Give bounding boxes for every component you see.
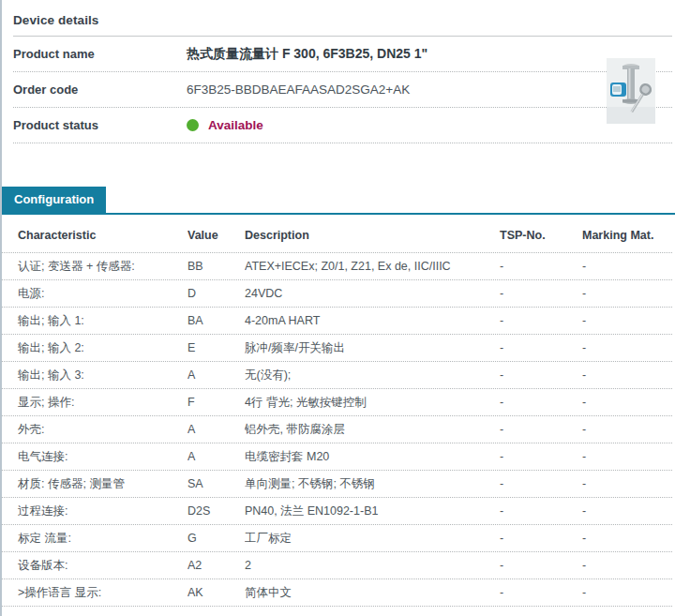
value-cell: G — [188, 532, 245, 545]
tsp-no-cell: - — [492, 423, 579, 436]
device-details-section: Device details Product name 热式质量流量计 F 30… — [2, 0, 675, 143]
section-title-device-details: Device details — [13, 13, 672, 37]
description-cell: 无(没有); — [245, 368, 492, 383]
value-cell: AK — [188, 586, 245, 599]
table-row: 输出; 输入 1: BA 4-20mA HART - - — [2, 308, 672, 335]
tab-bar: Configuration — [2, 187, 675, 215]
marking-mat-cell: - — [579, 450, 672, 463]
characteristic-cell: 认证; 变送器 + 传感器: — [2, 259, 188, 275]
characteristic-cell: 外壳: — [2, 422, 188, 438]
description-cell: 单向测量; 不锈钢; 不锈钢 — [245, 476, 492, 492]
header-value: Value — [188, 229, 245, 252]
value-cell: F — [188, 396, 245, 409]
tsp-no-cell: - — [492, 368, 579, 382]
characteristic-cell: 标定 流量: — [2, 531, 188, 547]
product-name-label: Product name — [13, 47, 187, 61]
table-header-row: Characteristic Value Description TSP-No.… — [2, 215, 672, 253]
characteristic-cell: 电气连接: — [2, 449, 188, 465]
table-row: 电气连接: A 电缆密封套 M20 - - — [2, 443, 672, 471]
description-cell: 电缆密封套 M20 — [245, 449, 492, 465]
marking-mat-cell: - — [579, 477, 672, 490]
value-cell: SA — [188, 477, 245, 490]
tsp-no-cell: - — [492, 450, 579, 463]
table-row: 材质: 传感器; 测量管 SA 单向测量; 不锈钢; 不锈钢 - - — [2, 471, 672, 498]
marking-mat-cell: - — [579, 532, 672, 545]
marking-mat-cell: - — [579, 368, 672, 382]
status-available-dot-icon — [187, 119, 199, 131]
characteristic-cell: >操作语言 显示: — [2, 585, 188, 601]
description-cell: PN40, 法兰 EN1092-1-B1 — [245, 503, 492, 519]
table-row: >操作语言 显示: AK 简体中文 - - — [2, 579, 672, 607]
characteristic-cell: 过程连接: — [2, 503, 188, 519]
tab-configuration[interactable]: Configuration — [2, 187, 106, 213]
description-cell: 脉冲/频率/开关输出 — [245, 340, 492, 356]
tsp-no-cell: - — [492, 260, 579, 273]
tsp-no-cell: - — [492, 396, 579, 409]
value-cell: A — [188, 450, 245, 463]
product-status-value-wrap: Available — [187, 118, 672, 132]
marking-mat-cell: - — [579, 504, 672, 518]
marking-mat-cell: - — [579, 314, 672, 327]
product-status-row: Product status Available — [13, 108, 672, 143]
table-row: 认证; 变送器 + 传感器: BB ATEX+IECEx; Z0/1, Z21,… — [2, 253, 672, 280]
value-cell: A2 — [188, 559, 245, 572]
tsp-no-cell: - — [492, 532, 579, 545]
characteristic-cell: 输出; 输入 1: — [2, 313, 188, 329]
tsp-no-cell: - — [492, 477, 579, 490]
product-status-label: Product status — [13, 118, 187, 132]
product-name-row: Product name 热式质量流量计 F 300, 6F3B25, DN25… — [13, 37, 672, 72]
marking-mat-cell: - — [579, 260, 672, 273]
marking-mat-cell: - — [579, 341, 672, 354]
product-name-value: 热式质量流量计 F 300, 6F3B25, DN25 1" — [187, 46, 672, 63]
description-cell: 2 — [245, 559, 492, 572]
table-body: 认证; 变送器 + 传感器: BB ATEX+IECEx; Z0/1, Z21,… — [2, 253, 672, 607]
tsp-no-cell: - — [492, 341, 579, 354]
characteristic-cell: 显示; 操作: — [2, 395, 188, 411]
marking-mat-cell: - — [579, 423, 672, 436]
header-marking-mat: Marking Mat. — [579, 229, 672, 252]
tsp-no-cell: - — [492, 287, 579, 300]
table-row: 电源: D 24VDC - - — [2, 280, 672, 308]
table-row: 过程连接: D2S PN40, 法兰 EN1092-1-B1 - - — [2, 498, 672, 525]
description-cell: 24VDC — [245, 287, 492, 300]
characteristic-cell: 设备版本: — [2, 558, 188, 574]
table-row: 输出; 输入 2: E 脉冲/频率/开关输出 - - — [2, 335, 672, 362]
value-cell: D — [188, 287, 245, 300]
value-cell: A — [188, 368, 245, 382]
configuration-table: Characteristic Value Description TSP-No.… — [2, 215, 675, 607]
description-cell: 简体中文 — [245, 585, 492, 601]
characteristic-cell: 输出; 输入 3: — [2, 368, 188, 383]
header-characteristic: Characteristic — [2, 229, 188, 252]
value-cell: BB — [188, 260, 245, 273]
product-status-value: Available — [208, 118, 263, 132]
tsp-no-cell: - — [492, 314, 579, 327]
description-cell: ATEX+IECEx; Z0/1, Z21, Ex de, IIC/IIIC — [245, 260, 492, 273]
characteristic-cell: 电源: — [2, 286, 188, 302]
tsp-no-cell: - — [492, 504, 579, 518]
table-row: 标定 流量: G 工厂标定 - - — [2, 525, 672, 552]
characteristic-cell: 输出; 输入 2: — [2, 340, 188, 356]
description-cell: 4行 背光; 光敏按键控制 — [245, 395, 492, 411]
header-description: Description — [245, 229, 492, 252]
marking-mat-cell: - — [579, 396, 672, 409]
flowmeter-product-photo — [607, 58, 655, 124]
table-row: 设备版本: A2 2 - - — [2, 552, 672, 579]
value-cell: E — [188, 341, 245, 354]
tsp-no-cell: - — [492, 559, 579, 572]
order-code-row: Order code 6F3B25-BBDBAEAFAASAD2SGA2+AK — [13, 72, 672, 108]
marking-mat-cell: - — [579, 287, 672, 300]
header-tsp-no: TSP-No. — [492, 229, 579, 252]
description-cell: 铝外壳, 带防腐涂层 — [245, 422, 492, 438]
order-code-value: 6F3B25-BBDBAEAFAASAD2SGA2+AK — [187, 83, 672, 97]
tsp-no-cell: - — [492, 586, 579, 599]
marking-mat-cell: - — [579, 586, 672, 599]
characteristic-cell: 材质: 传感器; 测量管 — [2, 476, 188, 492]
description-cell: 4-20mA HART — [245, 314, 492, 327]
device-details-page: Device details Product name 热式质量流量计 F 30… — [0, 0, 675, 616]
order-code-label: Order code — [13, 83, 187, 97]
table-row: 外壳: A 铝外壳, 带防腐涂层 - - — [2, 416, 672, 443]
marking-mat-cell: - — [579, 559, 672, 572]
value-cell: BA — [188, 314, 245, 327]
table-row: 显示; 操作: F 4行 背光; 光敏按键控制 - - — [2, 389, 672, 416]
table-row: 输出; 输入 3: A 无(没有); - - — [2, 362, 672, 389]
